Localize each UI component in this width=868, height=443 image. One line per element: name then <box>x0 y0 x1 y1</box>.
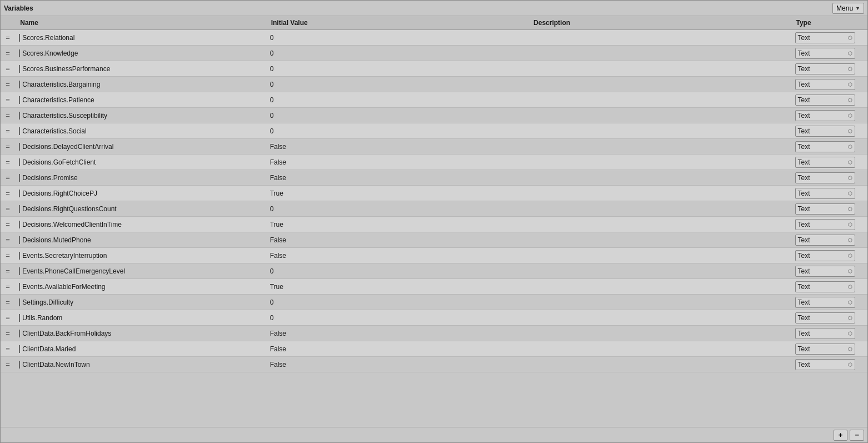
drag-handle[interactable]: = <box>1 30 16 46</box>
variable-initial-value[interactable]: 0 <box>267 30 529 46</box>
variable-description[interactable] <box>529 92 791 108</box>
variable-name[interactable]: Utils.Random <box>19 314 263 322</box>
type-dropdown[interactable]: Text⬡ <box>795 79 855 90</box>
variable-initial-value[interactable]: False <box>267 139 529 155</box>
variable-name[interactable]: Characteristics.Patience <box>19 96 263 104</box>
variable-initial-value[interactable]: True <box>267 217 529 232</box>
variable-initial-value[interactable]: 0 <box>267 201 529 217</box>
type-dropdown[interactable]: Text⬡ <box>795 250 855 261</box>
add-variable-button[interactable]: + <box>834 430 848 441</box>
type-dropdown[interactable]: Text⬡ <box>795 48 855 59</box>
variable-name[interactable]: ClientData.Maried <box>19 345 263 353</box>
drag-handle[interactable]: = <box>1 248 16 263</box>
variable-initial-value[interactable]: False <box>267 357 529 372</box>
type-dropdown[interactable]: Text⬡ <box>795 344 855 355</box>
type-dropdown[interactable]: Text⬡ <box>795 110 855 121</box>
variable-description[interactable] <box>529 139 791 155</box>
variable-description[interactable] <box>529 310 791 326</box>
drag-handle[interactable]: = <box>1 139 16 155</box>
drag-handle[interactable]: = <box>1 61 16 77</box>
variable-initial-value[interactable]: 0 <box>267 108 529 123</box>
type-dropdown[interactable]: Text⬡ <box>795 188 855 199</box>
variable-name[interactable]: ClientData.NewInTown <box>19 361 263 369</box>
variable-name[interactable]: Scores.BusinessPerformance <box>19 65 263 73</box>
type-dropdown[interactable]: Text⬡ <box>795 266 855 277</box>
variable-description[interactable] <box>529 201 791 217</box>
drag-handle[interactable]: = <box>1 263 16 279</box>
type-dropdown[interactable]: Text⬡ <box>795 312 855 323</box>
variable-name[interactable]: Events.AvailableForMeeting <box>19 283 263 291</box>
drag-handle[interactable]: = <box>1 92 16 108</box>
drag-handle[interactable]: = <box>1 217 16 232</box>
variable-initial-value[interactable]: False <box>267 155 529 170</box>
variable-name[interactable]: Characteristics.Susceptibility <box>19 112 263 120</box>
type-dropdown[interactable]: Text⬡ <box>795 297 855 308</box>
variable-description[interactable] <box>529 232 791 248</box>
variable-name[interactable]: Decisions.Promise <box>19 174 263 182</box>
drag-handle[interactable]: = <box>1 155 16 170</box>
variable-description[interactable] <box>529 61 791 77</box>
variable-description[interactable] <box>529 217 791 232</box>
variable-name[interactable]: ClientData.BackFromHolidays <box>19 330 263 337</box>
drag-handle[interactable]: = <box>1 123 16 139</box>
drag-handle[interactable]: = <box>1 108 16 123</box>
variable-initial-value[interactable]: True <box>267 186 529 201</box>
variable-name[interactable]: Decisions.RightQuestionsCount <box>19 205 263 213</box>
variable-initial-value[interactable]: False <box>267 248 529 263</box>
drag-handle[interactable]: = <box>1 357 16 372</box>
type-dropdown[interactable]: Text⬡ <box>795 63 855 74</box>
drag-handle[interactable]: = <box>1 186 16 201</box>
variable-description[interactable] <box>529 279 791 295</box>
variable-initial-value[interactable]: 0 <box>267 61 529 77</box>
drag-handle[interactable]: = <box>1 341 16 357</box>
variable-description[interactable] <box>529 30 791 46</box>
variable-name[interactable]: Decisions.WelcomedClientInTime <box>19 221 263 228</box>
type-dropdown[interactable]: Text⬡ <box>795 281 855 292</box>
drag-handle[interactable]: = <box>1 326 16 341</box>
type-dropdown[interactable]: Text⬡ <box>795 94 855 106</box>
variable-name[interactable]: Decisions.GoFetchClient <box>19 158 263 166</box>
variable-description[interactable] <box>529 186 791 201</box>
remove-variable-button[interactable]: − <box>850 430 864 441</box>
variable-name[interactable]: Decisions.MutedPhone <box>19 236 263 244</box>
type-dropdown[interactable]: Text⬡ <box>795 203 855 215</box>
drag-handle[interactable]: = <box>1 77 16 92</box>
variable-initial-value[interactable]: False <box>267 326 529 341</box>
type-dropdown[interactable]: Text⬡ <box>795 235 855 246</box>
variable-initial-value[interactable]: 0 <box>267 295 529 310</box>
variable-name[interactable]: Scores.Relational <box>19 34 263 42</box>
variable-initial-value[interactable]: True <box>267 279 529 295</box>
variable-initial-value[interactable]: 0 <box>267 263 529 279</box>
type-dropdown[interactable]: Text⬡ <box>795 359 855 370</box>
variable-description[interactable] <box>529 77 791 92</box>
type-dropdown[interactable]: Text⬡ <box>795 141 855 152</box>
variable-initial-value[interactable]: 0 <box>267 123 529 139</box>
variable-initial-value[interactable]: False <box>267 170 529 186</box>
variable-name[interactable]: Characteristics.Bargaining <box>19 81 263 88</box>
variable-name[interactable]: Settings.Difficulty <box>19 298 263 306</box>
variable-description[interactable] <box>529 248 791 263</box>
variable-initial-value[interactable]: 0 <box>267 92 529 108</box>
variable-name[interactable]: Characteristics.Social <box>19 127 263 135</box>
variable-description[interactable] <box>529 123 791 139</box>
variable-description[interactable] <box>529 108 791 123</box>
variable-name[interactable]: Decisions.RightChoicePJ <box>19 190 263 197</box>
variable-description[interactable] <box>529 295 791 310</box>
drag-handle[interactable]: = <box>1 170 16 186</box>
variable-initial-value[interactable]: False <box>267 232 529 248</box>
variable-name[interactable]: Scores.Knowledge <box>19 49 263 57</box>
variable-description[interactable] <box>529 155 791 170</box>
type-dropdown[interactable]: Text⬡ <box>795 126 855 137</box>
variable-description[interactable] <box>529 263 791 279</box>
type-dropdown[interactable]: Text⬡ <box>795 172 855 183</box>
type-dropdown[interactable]: Text⬡ <box>795 32 855 43</box>
variable-description[interactable] <box>529 170 791 186</box>
drag-handle[interactable]: = <box>1 201 16 217</box>
variable-name[interactable]: Events.SecretaryInterruption <box>19 252 263 260</box>
variable-description[interactable] <box>529 46 791 61</box>
drag-handle[interactable]: = <box>1 310 16 326</box>
variable-description[interactable] <box>529 326 791 341</box>
variable-description[interactable] <box>529 357 791 372</box>
drag-handle[interactable]: = <box>1 295 16 310</box>
variable-initial-value[interactable]: False <box>267 341 529 357</box>
